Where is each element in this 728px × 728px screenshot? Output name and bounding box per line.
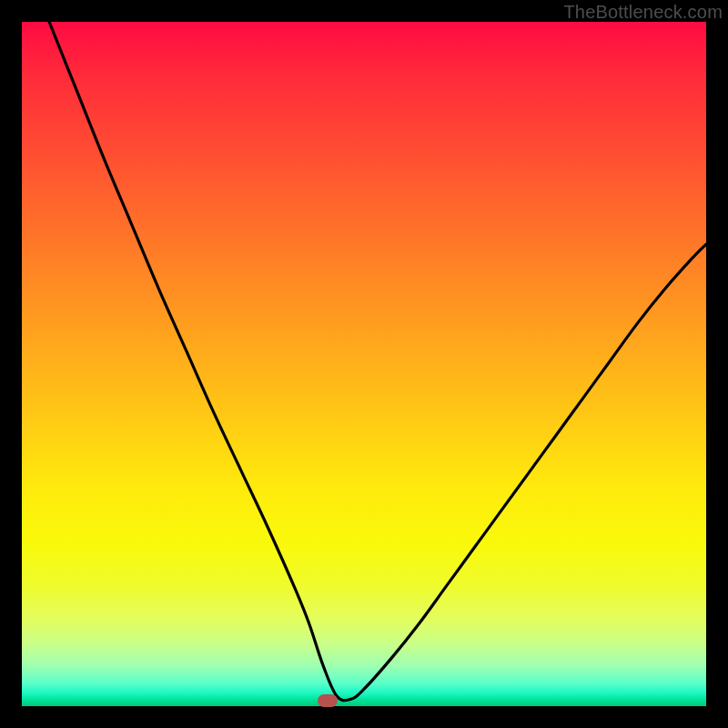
plot-area: [22, 22, 706, 706]
bottleneck-curve: [22, 22, 706, 706]
curve-path: [49, 22, 706, 701]
watermark-text: TheBottleneck.com: [563, 2, 723, 23]
chart-frame: TheBottleneck.com: [0, 0, 728, 728]
optimum-marker: [318, 694, 338, 707]
